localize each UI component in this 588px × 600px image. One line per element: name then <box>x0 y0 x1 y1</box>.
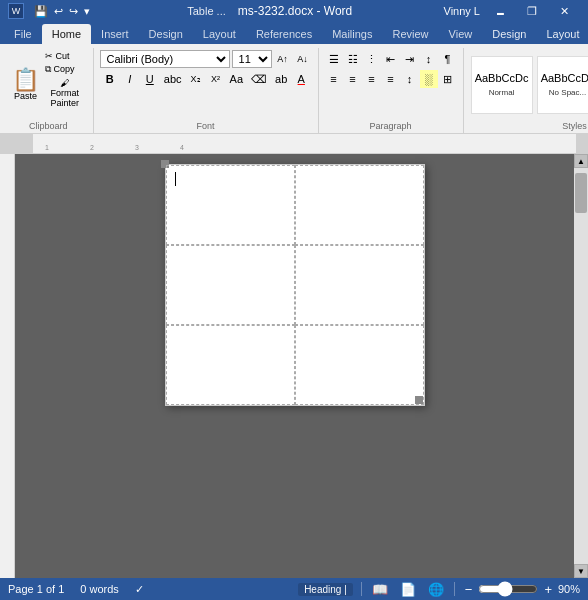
change-case-btn[interactable]: Aa <box>227 70 246 88</box>
tab-layout[interactable]: Layout <box>193 24 246 44</box>
styles-content: AaBbCcDc Normal AaBbCcDc No Spac... AaBb… <box>470 50 588 119</box>
page-cell-2-1[interactable] <box>166 245 295 325</box>
word-count: 0 words <box>80 583 119 595</box>
format-painter-button[interactable]: 🖌 Format Painter <box>43 77 87 109</box>
minimize-btn[interactable]: 🗕 <box>484 0 516 22</box>
page-cell-1-2[interactable] <box>295 165 424 245</box>
read-mode-btn[interactable]: 📖 <box>370 582 390 597</box>
style-normal[interactable]: AaBbCcDc Normal <box>471 56 533 114</box>
paste-button[interactable]: 📋 Paste <box>10 50 41 119</box>
style-nospacing-preview: AaBbCcDc <box>541 72 588 85</box>
increase-font-btn[interactable]: A↑ <box>274 50 292 68</box>
shading-btn[interactable]: ░ <box>420 70 438 88</box>
tab-home[interactable]: Home <box>42 24 91 44</box>
italic-btn[interactable]: I <box>121 70 139 88</box>
tab-design[interactable]: Design <box>139 24 193 44</box>
title-bar-title: ms-3232.docx - Word <box>238 4 353 18</box>
window-controls: 🗕 ❐ ✕ <box>484 0 580 22</box>
tab-file[interactable]: File <box>4 24 42 44</box>
font-name-select[interactable]: Calibri (Body) <box>100 50 230 68</box>
decrease-font-btn[interactable]: A↓ <box>294 50 312 68</box>
scroll-track[interactable] <box>574 168 588 564</box>
main-area: ▲ ▼ <box>0 154 588 578</box>
zoom-out-btn[interactable]: − <box>463 582 475 597</box>
align-right-btn[interactable]: ≡ <box>363 70 381 88</box>
borders-btn[interactable]: ⊞ <box>439 70 457 88</box>
ruler-tick-2: 2 <box>90 144 94 151</box>
tab-view[interactable]: View <box>439 24 483 44</box>
underline-btn[interactable]: U <box>141 70 159 88</box>
page-wrapper <box>165 164 425 568</box>
highlight-btn[interactable]: ab <box>272 70 290 88</box>
zoom-slider[interactable] <box>478 581 538 597</box>
page-cell-3-2[interactable] <box>295 325 424 405</box>
para-row-1: ☰ ☷ ⋮ ⇤ ⇥ ↕ ¶ <box>325 50 457 68</box>
quick-access-toolbar: 💾 ↩ ↪ ▾ <box>32 5 92 18</box>
page-cell-2-2[interactable] <box>295 245 424 325</box>
bold-btn[interactable]: B <box>101 70 119 88</box>
paste-label: Paste <box>14 91 37 101</box>
style-nospacing-label: No Spac... <box>549 88 586 97</box>
bullets-btn[interactable]: ☰ <box>325 50 343 68</box>
font-content: Calibri (Body) 11 A↑ A↓ B I U abc X₂ X² … <box>100 50 312 119</box>
clipboard-group: 📋 Paste ✂ Cut ⧉ Copy 🖌 Format Painter Cl… <box>4 48 94 133</box>
copy-button[interactable]: ⧉ Copy <box>43 63 87 76</box>
para-row-2: ≡ ≡ ≡ ≡ ↕ ░ ⊞ <box>325 70 457 88</box>
numbering-btn[interactable]: ☷ <box>344 50 362 68</box>
ribbon: 📋 Paste ✂ Cut ⧉ Copy 🖌 Format Painter Cl… <box>0 44 588 134</box>
align-center-btn[interactable]: ≡ <box>344 70 362 88</box>
multilevel-btn[interactable]: ⋮ <box>363 50 381 68</box>
font-size-select[interactable]: 11 <box>232 50 272 68</box>
redo-quick-btn[interactable]: ↪ <box>67 5 80 18</box>
show-hide-btn[interactable]: ¶ <box>439 50 457 68</box>
word-icon: W <box>8 3 24 19</box>
strikethrough-btn[interactable]: abc <box>161 70 185 88</box>
page-info: Page 1 of 1 <box>8 583 64 595</box>
scroll-down-btn[interactable]: ▼ <box>574 564 588 578</box>
page-cell-3-1[interactable] <box>166 325 295 405</box>
tab-mailings[interactable]: Mailings <box>322 24 382 44</box>
sort-btn[interactable]: ↕ <box>420 50 438 68</box>
ruler-left-margin <box>0 134 15 153</box>
zoom-percent: 90% <box>558 583 580 595</box>
scroll-up-btn[interactable]: ▲ <box>574 154 588 168</box>
undo-quick-btn[interactable]: ↩ <box>52 5 65 18</box>
status-divider <box>361 582 362 596</box>
more-quick-btn[interactable]: ▾ <box>82 5 92 18</box>
web-layout-btn[interactable]: 🌐 <box>426 582 446 597</box>
close-btn[interactable]: ✕ <box>548 0 580 22</box>
subscript-btn[interactable]: X₂ <box>187 70 205 88</box>
cut-button[interactable]: ✂ Cut <box>43 50 87 62</box>
increase-indent-btn[interactable]: ⇥ <box>401 50 419 68</box>
style-no-spacing[interactable]: AaBbCcDc No Spac... <box>537 56 588 114</box>
save-quick-btn[interactable]: 💾 <box>32 5 50 18</box>
tab-review[interactable]: Review <box>383 24 439 44</box>
resize-handle-br[interactable] <box>415 396 423 404</box>
decrease-indent-btn[interactable]: ⇤ <box>382 50 400 68</box>
justify-btn[interactable]: ≡ <box>382 70 400 88</box>
zoom-in-btn[interactable]: + <box>542 582 554 597</box>
tab-references[interactable]: References <box>246 24 322 44</box>
document-area[interactable] <box>15 154 574 578</box>
clipboard-content: 📋 Paste ✂ Cut ⧉ Copy 🖌 Format Painter <box>10 50 87 119</box>
font-color-btn[interactable]: A <box>292 70 310 88</box>
font-group: Calibri (Body) 11 A↑ A↓ B I U abc X₂ X² … <box>94 48 319 133</box>
scroll-thumb[interactable] <box>575 173 587 213</box>
tab-insert[interactable]: Insert <box>91 24 139 44</box>
page-cell-1-1[interactable] <box>166 165 295 245</box>
align-left-btn[interactable]: ≡ <box>325 70 343 88</box>
right-scrollbar: ▲ ▼ <box>574 154 588 578</box>
table-tools-label: Table ... <box>183 5 230 17</box>
superscript-btn[interactable]: X² <box>207 70 225 88</box>
restore-btn[interactable]: ❐ <box>516 0 548 22</box>
tab-table-layout[interactable]: Layout <box>536 24 588 44</box>
status-right: Heading | 📖 📄 🌐 − + 90% <box>298 581 580 597</box>
ruler-tick-1: 1 <box>45 144 49 151</box>
line-spacing-btn[interactable]: ↕ <box>401 70 419 88</box>
paragraph-group: ☰ ☷ ⋮ ⇤ ⇥ ↕ ¶ ≡ ≡ ≡ ≡ ↕ ░ ⊞ Paragraph <box>319 48 464 133</box>
heading-indicator: Heading | <box>298 583 353 596</box>
ruler-dark-left <box>15 134 33 153</box>
clear-formatting-btn[interactable]: ⌫ <box>248 70 270 88</box>
print-layout-btn[interactable]: 📄 <box>398 582 418 597</box>
tab-table-design[interactable]: Design <box>482 24 536 44</box>
